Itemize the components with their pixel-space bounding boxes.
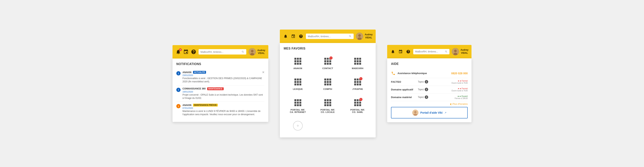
help-icon-button-3[interactable] xyxy=(406,49,411,54)
service-status: ● Fermé Ouvre lundi à 7h30 xyxy=(452,87,468,92)
search-bar-3[interactable] xyxy=(413,49,450,54)
user-menu-2[interactable]: Audrey VIDAL xyxy=(356,33,372,40)
grid-dot xyxy=(329,63,331,65)
fav-item[interactable]: ! CONTACT xyxy=(314,53,342,73)
grid-dot xyxy=(327,102,329,104)
fav-item[interactable]: PORTAIL INF.CA. INTRANET xyxy=(284,95,312,116)
grid-dot xyxy=(294,102,296,104)
user-name-2: Audrey VIDAL xyxy=(365,33,372,39)
fav-icon xyxy=(323,77,332,87)
grid-dot xyxy=(357,104,358,106)
fav-label: COMPSI xyxy=(323,88,332,90)
pin-icon-button-2[interactable] xyxy=(290,34,296,39)
service-tap: Tapez 3 xyxy=(418,95,455,99)
grid-dot xyxy=(324,104,326,106)
grid-dot xyxy=(300,104,301,106)
notif-header: CONNAISSANCE 360 MAINTENANCE xyxy=(182,87,264,90)
grid-dot xyxy=(357,84,358,85)
grid-dot xyxy=(357,60,358,62)
notif-content: ANAKIN ACTUALITÉ 23/01/2020 Fonctionnali… xyxy=(182,71,264,83)
fav-label: PORTAIL INF.CO. LOCALE xyxy=(320,109,335,113)
bell-icon-button[interactable]: 3 xyxy=(176,49,181,55)
favoris-panel-wrapper: Audrey VIDAL MES FAVORIS ANAKIN ! CONTAC… xyxy=(280,30,376,137)
grid-dot xyxy=(327,58,329,60)
grid-dot xyxy=(324,58,326,60)
tap-number: 1 xyxy=(425,80,428,84)
fav-item[interactable]: LEXIQUE xyxy=(284,74,312,93)
help-icon-button-2[interactable] xyxy=(298,34,304,39)
pin-icon-button-3[interactable] xyxy=(398,49,403,54)
service-status: ● Ouvert Ferme à 18h30 xyxy=(455,95,468,99)
search-input-2[interactable] xyxy=(308,35,347,38)
tap-number: 3 xyxy=(425,95,428,99)
grid-dot xyxy=(297,84,299,85)
grid-dot xyxy=(359,63,361,65)
user-menu-3[interactable]: Audrey VIDAL xyxy=(452,48,468,55)
grid-dot xyxy=(294,99,296,101)
grid-dot xyxy=(359,60,361,62)
grid-dot xyxy=(300,79,301,80)
fav-item[interactable]: ANAKIN xyxy=(284,53,312,73)
grid-dot xyxy=(329,84,331,85)
fav-item[interactable]: PORTAIL INF.CO. LOCALE xyxy=(314,95,342,116)
viki-portal-button[interactable]: Portail d'aide Viki ↗ xyxy=(391,107,468,118)
grid-dot xyxy=(329,99,331,101)
service-tap: Tapez 2 xyxy=(418,88,452,91)
help-icon-button[interactable] xyxy=(191,49,196,55)
notif-text: Fonctionnalités à venir : GESTION DES PR… xyxy=(182,77,264,83)
service-tap: Tapez 1 xyxy=(418,80,452,84)
fav-badge: ! xyxy=(360,98,362,101)
services-list: FACTEO Tapez 1 ● Fermé Ouvre lundi à 7h3… xyxy=(391,78,468,101)
add-icon: + xyxy=(293,121,303,130)
fav-icon: ! xyxy=(353,98,362,107)
notif-header: ANAKIN MAINTENANCE PRÉVUE xyxy=(182,104,264,107)
fav-badge: ! xyxy=(360,77,362,80)
search-bar-2[interactable] xyxy=(306,34,354,39)
search-input[interactable] xyxy=(200,51,240,53)
grid-dot xyxy=(297,81,299,83)
notif-icon: i xyxy=(176,88,180,92)
grid-dot xyxy=(294,79,296,80)
search-bar[interactable] xyxy=(198,49,246,55)
grid-dot xyxy=(359,58,361,60)
grid-dot xyxy=(354,102,356,104)
bell-icon-button-3[interactable] xyxy=(390,49,396,54)
notif-icon: i xyxy=(176,104,180,108)
notif-name: ANAKIN xyxy=(182,104,192,107)
notifications-panel-wrapper: 3 Audrey VIDAL NOT xyxy=(172,45,268,122)
bell-icon-button-2[interactable] xyxy=(283,34,288,39)
fav-item[interactable]: COMPSI xyxy=(314,74,342,93)
search-input-3[interactable] xyxy=(415,50,443,53)
notifications-list: i ANAKIN ACTUALITÉ 23/01/2020 Fonctionna… xyxy=(176,69,264,118)
fav-item[interactable]: ! JYRAPHE xyxy=(344,74,372,93)
pin-icon-button[interactable] xyxy=(183,49,188,55)
grid-dot xyxy=(354,99,356,101)
grid-dot xyxy=(300,58,301,60)
notifications-title: NOTIFICATIONS xyxy=(176,62,264,66)
grid-dot xyxy=(324,84,326,85)
aide-panel-wrapper: Audrey VIDAL AIDE Assistance téléphoniqu… xyxy=(387,45,472,122)
bell-badge: 3 xyxy=(179,48,182,51)
fav-item[interactable]: MABOXRH xyxy=(344,53,372,73)
grid-dot xyxy=(354,84,356,85)
grid-dot xyxy=(357,63,358,65)
phone-number: 0820 028 000 xyxy=(451,72,468,75)
fav-icon: ! xyxy=(353,77,362,87)
notif-content: CONNAISSANCE 360 MAINTENANCE 19/01/2020 … xyxy=(182,87,264,100)
fav-item[interactable]: ! PORTAIL INF.CO. SAML xyxy=(344,95,372,116)
grid-dot xyxy=(357,81,358,83)
grid-dot xyxy=(297,99,299,101)
svg-point-10 xyxy=(414,111,416,113)
grid-icon xyxy=(294,78,302,86)
grid-dot xyxy=(329,102,331,104)
close-button[interactable]: ✕ xyxy=(262,71,264,74)
grid-dot xyxy=(357,79,358,80)
notif-badge: MAINTENANCE PRÉVUE xyxy=(193,104,218,107)
add-favorite-button[interactable]: + xyxy=(284,118,312,134)
grid-icon xyxy=(324,98,332,107)
fav-label: PORTAIL INF.CO. SAML xyxy=(350,109,365,113)
service-row: Domaine matériel Tapez 3 ● Ouvert Ferme … xyxy=(391,93,468,101)
user-menu[interactable]: Audrey VIDAL xyxy=(248,48,265,56)
more-hours-link[interactable]: ◐ Plus d'horaires xyxy=(391,103,468,105)
viki-avatar xyxy=(412,110,418,116)
